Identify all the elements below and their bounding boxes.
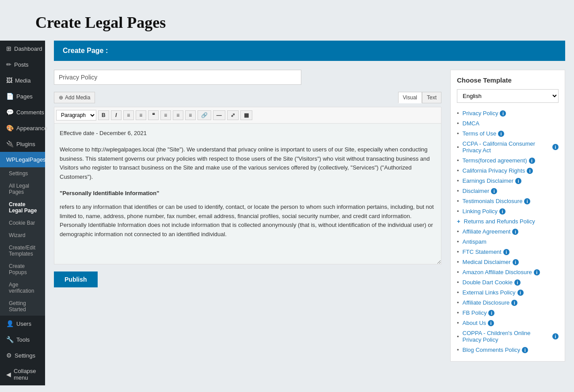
template-list-item: Medical Disclaimeri bbox=[457, 257, 559, 267]
template-link-about-us[interactable]: About Us bbox=[463, 320, 486, 326]
sidebar-submenu-create-edit-templates[interactable]: Create/Edit Templates bbox=[0, 241, 45, 260]
ordered-list-button[interactable]: ≡ bbox=[136, 110, 146, 120]
info-icon-ccpa[interactable]: i bbox=[552, 144, 559, 150]
template-link-earnings-disclaimer[interactable]: Earnings Disclaimer bbox=[463, 177, 514, 184]
info-icon-fb-policy[interactable]: i bbox=[488, 310, 494, 316]
sidebar-label-plugins: Plugins bbox=[16, 141, 35, 147]
sidebar-item-appearance[interactable]: 🎨 Appearance bbox=[0, 120, 45, 136]
sidebar-item-pages[interactable]: 📄 Pages bbox=[0, 88, 45, 104]
info-icon-ftc-statement[interactable]: i bbox=[503, 249, 509, 255]
template-link-double-dart-cookie[interactable]: Double Dart Cookie bbox=[463, 279, 513, 286]
info-icon-privacy-policy[interactable]: i bbox=[500, 110, 506, 117]
info-icon-testimonials-disclosure[interactable]: i bbox=[524, 198, 530, 204]
info-icon-terms-of-use[interactable]: i bbox=[498, 131, 504, 137]
sidebar-item-comments[interactable]: 💬 Comments bbox=[0, 104, 45, 120]
table-button[interactable]: ▦ bbox=[240, 110, 252, 120]
info-icon-external-links-policy[interactable]: i bbox=[517, 290, 524, 296]
language-select[interactable]: English Spanish French German bbox=[457, 89, 559, 103]
sidebar-submenu-create-popups[interactable]: Create Popups bbox=[0, 260, 45, 279]
info-icon-medical-disclaimer[interactable]: i bbox=[513, 259, 519, 265]
template-link-returns-refunds[interactable]: Returns and Refunds Policy bbox=[464, 218, 535, 225]
info-icon-affiliate-agreement[interactable]: i bbox=[512, 229, 518, 235]
template-link-privacy-policy[interactable]: Privacy Policy bbox=[463, 110, 498, 117]
sidebar-submenu-cookie-bar[interactable]: Cookie Bar bbox=[0, 217, 45, 229]
template-link-california-privacy[interactable]: California Privacy Rights bbox=[463, 167, 525, 174]
sidebar-label-media: Media bbox=[15, 77, 30, 84]
horizontal-rule-button[interactable]: — bbox=[213, 110, 225, 120]
template-list-item: FB Policyi bbox=[457, 308, 559, 318]
bold-button[interactable]: B bbox=[98, 110, 109, 120]
template-link-linking-policy[interactable]: Linking Policy bbox=[463, 208, 498, 215]
sidebar-submenu-wizard[interactable]: Wizard bbox=[0, 229, 45, 241]
italic-button[interactable]: I bbox=[111, 110, 122, 120]
sidebar-item-dashboard[interactable]: ⊞ Dashboard bbox=[0, 41, 45, 57]
sidebar-item-collapse[interactable]: ◀ Collapse menu bbox=[0, 363, 45, 385]
template-link-disclaimer[interactable]: Disclaimer bbox=[463, 188, 490, 194]
template-link-testimonials-disclosure[interactable]: Testimonials Disclosure bbox=[463, 198, 523, 204]
link-button[interactable]: 🔗 bbox=[198, 110, 211, 120]
effective-date: Effective date - December 6, 2021 bbox=[60, 129, 436, 138]
template-link-affiliate-disclosure[interactable]: Affiliate Disclosure bbox=[463, 299, 510, 306]
template-link-affiliate-agreement[interactable]: Affiliate Agreement bbox=[463, 228, 511, 235]
template-link-amazon-affiliate[interactable]: Amazon Affiliate Disclosure bbox=[463, 269, 532, 275]
format-select[interactable]: Paragraph Heading 1 Heading 2 Heading 3 bbox=[56, 110, 96, 121]
tab-text[interactable]: Text bbox=[422, 92, 441, 103]
align-center-button[interactable]: ≡ bbox=[173, 110, 183, 120]
unordered-list-button[interactable]: ≡ bbox=[123, 110, 134, 120]
template-link-blog-comments-policy[interactable]: Blog Comments Policy bbox=[463, 347, 521, 353]
add-media-label: Add Media bbox=[65, 94, 90, 101]
sidebar-item-settings[interactable]: ⚙ Settings bbox=[0, 347, 45, 363]
align-left-button[interactable]: ≡ bbox=[160, 110, 171, 120]
template-link-medical-disclaimer[interactable]: Medical Disclaimer bbox=[463, 259, 511, 265]
sidebar-submenu-settings[interactable]: Settings bbox=[0, 167, 45, 180]
template-list-item: CCPA - California Consumer Privacy Acti bbox=[457, 139, 559, 155]
template-link-ccpa[interactable]: CCPA - California Consumer Privacy Act bbox=[463, 140, 551, 154]
info-icon-coppa[interactable]: i bbox=[552, 333, 559, 339]
align-right-button[interactable]: ≡ bbox=[185, 110, 196, 120]
template-list-item: California Privacy Rightsi bbox=[457, 166, 559, 176]
publish-button[interactable]: Publish bbox=[54, 271, 98, 287]
collapse-icon: ◀ bbox=[6, 371, 11, 378]
sidebar-item-users[interactable]: 👤 Users bbox=[0, 316, 45, 332]
sidebar-label-users: Users bbox=[16, 320, 31, 327]
fullscreen-button[interactable]: ⤢ bbox=[227, 110, 239, 120]
template-link-fb-policy[interactable]: FB Policy bbox=[463, 309, 487, 316]
sidebar-item-tools[interactable]: 🔧 Tools bbox=[0, 332, 45, 347]
users-icon: 👤 bbox=[6, 320, 14, 327]
template-link-ftc-statement[interactable]: FTC Statement bbox=[463, 249, 502, 255]
template-link-terms-of-use[interactable]: Terms of Use bbox=[463, 130, 497, 137]
text-editor[interactable]: Effective date - December 6, 2021 Welcom… bbox=[54, 123, 441, 264]
choose-template-title: Choose Template bbox=[457, 76, 559, 84]
info-icon-disclaimer[interactable]: i bbox=[491, 188, 497, 194]
info-icon-california-privacy[interactable]: i bbox=[527, 168, 533, 174]
info-icon-earnings-disclaimer[interactable]: i bbox=[515, 178, 521, 184]
info-icon-blog-comments-policy[interactable]: i bbox=[522, 347, 528, 353]
template-link-dmca[interactable]: DMCA bbox=[463, 120, 479, 127]
page-title: Create Legal Pages bbox=[35, 13, 539, 32]
sidebar-submenu-getting-started[interactable]: Getting Started bbox=[0, 297, 45, 316]
info-icon-about-us[interactable]: i bbox=[488, 320, 494, 326]
info-icon-double-dart-cookie[interactable]: i bbox=[514, 279, 521, 286]
sidebar-item-media[interactable]: 🖼 Media bbox=[0, 72, 45, 88]
sidebar-item-plugins[interactable]: 🔌 Plugins bbox=[0, 136, 45, 152]
info-icon-affiliate-disclosure[interactable]: i bbox=[511, 300, 517, 306]
page-title-input[interactable] bbox=[54, 70, 301, 85]
sidebar-submenu-age-verification[interactable]: Age verification bbox=[0, 279, 45, 297]
sidebar-submenu: Settings All Legal Pages Create Legal Pa… bbox=[0, 167, 45, 316]
info-icon-terms-forced[interactable]: i bbox=[529, 158, 535, 164]
add-media-button[interactable]: ⊕ Add Media bbox=[54, 92, 95, 103]
sidebar-label-dashboard: Dashboard bbox=[14, 45, 42, 52]
info-icon-linking-policy[interactable]: i bbox=[499, 208, 506, 215]
sidebar-submenu-create-legal-page[interactable]: Create Legal Page bbox=[0, 198, 45, 217]
template-link-terms-forced[interactable]: Terms(forced agreement) bbox=[463, 157, 527, 164]
sidebar-item-wplegalpages[interactable]: WPLegalPages bbox=[0, 152, 45, 167]
template-link-coppa[interactable]: COPPA - Children's Online Privacy Policy bbox=[463, 330, 551, 343]
info-icon-amazon-affiliate[interactable]: i bbox=[534, 269, 540, 275]
tab-visual[interactable]: Visual bbox=[398, 92, 422, 103]
template-link-external-links-policy[interactable]: External Links Policy bbox=[463, 289, 516, 296]
sidebar-submenu-all-legal-pages[interactable]: All Legal Pages bbox=[0, 180, 45, 198]
plugins-icon: 🔌 bbox=[6, 140, 14, 147]
blockquote-button[interactable]: ❝ bbox=[148, 110, 159, 120]
template-link-antispam[interactable]: Antispam bbox=[463, 238, 487, 245]
sidebar-item-posts[interactable]: ✏ Posts bbox=[0, 57, 45, 72]
